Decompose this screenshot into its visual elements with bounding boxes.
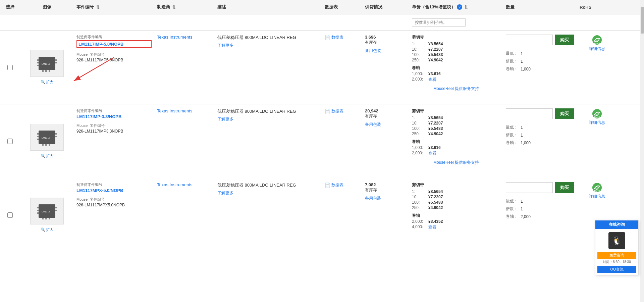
row2-image-cell: LM1117 🔍 扩大 (20, 104, 74, 178)
row1-mult-qty-row: 倍数： 1 (506, 58, 574, 64)
table-header: 选择 图像 零件编号 ⇅ 制造商 ⇅ 描述 数据表 供货情况 单价（含13%增值… (0, 0, 644, 14)
header-mfr: 制造商 ⇅ (154, 3, 215, 11)
row1-zoom-link[interactable]: 🔍 扩大 (41, 80, 53, 85)
row2-in-stock: 有库存 (365, 113, 407, 119)
row2-detail-link[interactable]: 详细信息 (589, 120, 605, 125)
price-info-icon[interactable]: ? (457, 4, 462, 10)
price-sort-input[interactable] (412, 18, 466, 27)
row3-mult-qty-row: 倍数： 1 (506, 206, 574, 212)
row1-learn-more[interactable]: 了解更多 (217, 43, 319, 48)
row3-mfr-link[interactable]: Texas Instruments (157, 182, 212, 187)
row3-price-cell: 剪切带 1: ¥8.5654 10: ¥7.2207 100: ¥5.5483 … (409, 178, 503, 252)
row2-stock-number: 20,942 (365, 108, 407, 113)
row1-buy-button[interactable]: 购买 (555, 35, 574, 45)
row2-mousereel[interactable]: MouseReel 提供服务支持 (412, 160, 500, 165)
row1-price-1-4: 250: ¥4.9042 (412, 58, 500, 62)
row3-chip-svg: LM1117 (34, 201, 60, 221)
row1-price-2000-link[interactable]: 查看 (428, 77, 436, 83)
svg-rect-16 (37, 136, 39, 137)
row3-detail-link[interactable]: 详细信息 (589, 194, 605, 199)
row3-backup-pkg[interactable]: 备用包装 (365, 196, 407, 201)
row2-mfr-partno[interactable]: LM1117IMP-3.3/NOPB (76, 114, 152, 119)
scrollbar-track[interactable] (640, 0, 644, 252)
row3-rohs-badge: RoHS 详细信息 (580, 182, 614, 199)
row2-backup-pkg[interactable]: 备用包装 (365, 122, 407, 128)
row1-mfr-part-label: 制造商零件编号 (76, 35, 152, 40)
mfr-sort-button[interactable]: ⇅ (171, 4, 177, 10)
row1-backup-pkg[interactable]: 备用包装 (365, 48, 407, 54)
row3-buy-button[interactable]: 购买 (555, 182, 574, 193)
row1-description: 低压差稳压器 800MA LDO LINEAR REG (217, 35, 319, 41)
row3-price-4000-link[interactable]: 查看 (428, 224, 436, 230)
svg-rect-32 (42, 218, 44, 219)
row2-price-2000-link[interactable]: 查看 (428, 151, 436, 156)
row1-qty-cell: 购买 最低： 1 倍数： 1 卷轴： 1,000 (503, 31, 577, 104)
row1-in-stock: 有库存 (365, 40, 407, 45)
row1-mfr-link[interactable]: Texas Instruments (157, 35, 212, 40)
row2-mfr-part-label: 制造商零件编号 (76, 108, 152, 113)
row1-price-type2: 卷轴 (412, 65, 500, 71)
row1-chip-image: LM1117 (30, 50, 64, 77)
svg-rect-19 (55, 136, 57, 137)
row1-partno-cell: 制造商零件编号 LM1117IMP-5.0/NOPB Mouser 零件编号 9… (74, 31, 154, 104)
header-desc: 描述 (215, 3, 322, 11)
row3-price-1-3: 100: ¥5.5483 (412, 200, 500, 205)
row2-qty-cell: 购买 最低： 1 倍数： 1 卷轴： 1,000 (503, 104, 577, 178)
chat-qq-icon: 🐧 (608, 232, 625, 249)
row2-zoom-link[interactable]: 🔍 扩大 (41, 153, 53, 158)
svg-rect-17 (37, 139, 39, 140)
row1-chip-svg: LM1117 (34, 53, 60, 73)
partno-sort-button[interactable]: ⇅ (95, 4, 101, 10)
row3-price-type1: 剪切带 (412, 182, 500, 188)
row2-price-2-2: 2,000: 查看 (412, 151, 500, 156)
svg-text:LM1117: LM1117 (42, 137, 50, 139)
row1-datasheet-cell: 📄 数据表 (322, 31, 362, 104)
row1-detail-link[interactable]: 详细信息 (589, 46, 605, 52)
scrollbar-thumb[interactable] (641, 7, 644, 34)
row1-qty-input[interactable] (506, 35, 553, 45)
row2-buy-button[interactable]: 购买 (555, 108, 574, 119)
row1-datasheet-link[interactable]: 📄 数据表 (325, 35, 360, 40)
row2-learn-more[interactable]: 了解更多 (217, 116, 319, 122)
row3-image-cell: LM1117 🔍 扩大 (20, 178, 74, 252)
svg-text:RoHS: RoHS (594, 116, 600, 118)
row3-desc-cell: 低压差稳压器 800MA LDO LINEAR REG 了解更多 (215, 178, 322, 252)
row1-mousereel[interactable]: MouseReel 提供服务支持 (412, 86, 500, 92)
row2-qty-input[interactable] (506, 108, 553, 119)
row3-checkbox[interactable] (7, 212, 13, 218)
row1-checkbox[interactable] (7, 65, 13, 70)
svg-rect-22 (49, 144, 50, 146)
row2-reel-qty-row: 卷轴： 1,000 (506, 140, 574, 146)
row3-price-2-2: 4,000: 查看 (412, 224, 500, 230)
row1-min-qty-row: 最低： 1 (506, 51, 574, 56)
row3-qty-input[interactable] (506, 182, 553, 193)
row2-mfr-link[interactable]: Texas Instruments (157, 108, 212, 113)
row3-datasheet-link[interactable]: 📄 数据表 (325, 182, 360, 188)
row3-learn-more[interactable]: 了解更多 (217, 190, 319, 196)
row2-stock-cell: 20,942 有库存 备用包装 (362, 104, 409, 178)
svg-rect-34 (49, 218, 50, 219)
row2-chip-svg: LM1117 (34, 127, 60, 147)
row2-description: 低压差稳压器 800MA LDO LINEAR REG (217, 108, 319, 114)
row3-reel-section: 卷轴 2,000: ¥3.4352 4,000: 查看 (412, 213, 500, 231)
row2-datasheet-cell: 📄 数据表 (322, 104, 362, 178)
row2-reel-section: 卷轴 1,000: ¥3.616 2,000: 查看 (412, 139, 500, 157)
row2-min-qty-row: 最低： 1 (506, 124, 574, 130)
chat-free-button[interactable]: 免费咨询 (597, 252, 636, 252)
header-rohs: RoHS (577, 3, 617, 11)
row1-mfr-partno[interactable]: LM1117IMP-5.0/NOPB (76, 40, 152, 48)
row2-partno-cell: 制造商零件编号 LM1117IMP-3.3/NOPB Mouser 零件编号 9… (74, 104, 154, 178)
row1-select-cell (0, 31, 20, 104)
row3-zoom-link[interactable]: 🔍 扩大 (41, 227, 53, 232)
price-sort-button[interactable]: ⇅ (464, 4, 469, 10)
row3-mfr-partno[interactable]: LM1117MPX-5.0/NOPB (76, 188, 152, 193)
row3-price-1-4: 250: ¥4.9042 (412, 205, 500, 210)
row2-price-type2: 卷轴 (412, 139, 500, 145)
row3-reel-qty-row: 卷轴： 2,000 (506, 214, 574, 219)
svg-rect-30 (55, 207, 57, 208)
row3-rohs-icon: RoHS (592, 182, 602, 193)
svg-rect-9 (45, 70, 47, 72)
row2-datasheet-link[interactable]: 📄 数据表 (325, 108, 360, 114)
row2-checkbox[interactable] (7, 139, 13, 144)
svg-rect-5 (37, 65, 39, 66)
